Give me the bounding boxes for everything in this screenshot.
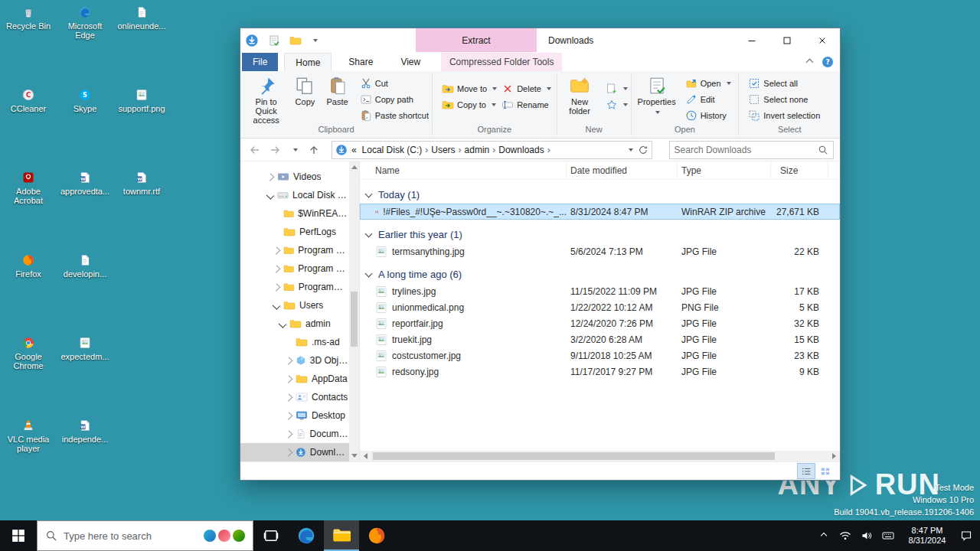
- desktop-icon-expectedm[interactable]: expectedm...: [57, 337, 113, 361]
- nav-item-program-files[interactable]: Program Files: [240, 241, 349, 259]
- breadcrumb-separator[interactable]: ›: [457, 145, 463, 155]
- column-header-size[interactable]: Size: [771, 161, 828, 179]
- close-button[interactable]: [805, 28, 840, 52]
- search-box[interactable]: Search Downloads: [669, 141, 834, 159]
- nav-item-appdata[interactable]: AppData: [240, 370, 349, 388]
- chevron-right-icon[interactable]: [285, 375, 293, 383]
- delete-button[interactable]: Delete: [501, 80, 551, 96]
- copy-path-button[interactable]: Copy path: [360, 91, 429, 107]
- history-button[interactable]: History: [685, 107, 731, 123]
- nav-scrollbar[interactable]: [349, 161, 359, 461]
- taskbar-search-box[interactable]: Type here to search: [37, 520, 253, 551]
- thumbnails-view-button[interactable]: [817, 464, 834, 478]
- chevron-down-icon[interactable]: [365, 269, 373, 277]
- breadcrumb-separator[interactable]: ›: [546, 145, 552, 155]
- desktop-icon-adobe-acrobat[interactable]: Adobe Acrobat: [0, 171, 57, 205]
- scroll-right-icon[interactable]: [832, 453, 836, 459]
- search-highlight-icon[interactable]: [218, 530, 230, 542]
- taskbar-edge-button[interactable]: [289, 520, 324, 551]
- chevron-right-icon[interactable]: [273, 265, 281, 273]
- chevron-right-icon[interactable]: [285, 430, 293, 439]
- paste-shortcut-button[interactable]: Paste shortcut: [360, 107, 429, 123]
- nav-item-admin[interactable]: admin: [240, 315, 349, 333]
- network-button[interactable]: [836, 520, 854, 551]
- scroll-up-icon[interactable]: [351, 165, 358, 169]
- desktop-icon-recycle-bin[interactable]: Recycle Bin: [0, 6, 57, 31]
- select-all-button[interactable]: Select all: [748, 75, 820, 91]
- qat-new-folder-icon[interactable]: [289, 34, 302, 47]
- file-row-files-u-e-passw0rd-310820[interactable]: !#Files_#!UŞe~Passw0rd__~.~310820~.~_...…: [360, 204, 840, 220]
- file-row-trylines-jpg[interactable]: trylines.jpg11/15/2022 11:09 PMJPG File1…: [360, 283, 840, 299]
- paste-button[interactable]: Paste: [323, 73, 352, 125]
- column-header-date-modified[interactable]: Date modified: [567, 161, 678, 179]
- nav-item-ms-ad[interactable]: .ms-ad: [240, 333, 349, 351]
- help-icon[interactable]: ?: [822, 56, 834, 68]
- desktop-icon-onlineunde[interactable]: onlineunde...: [113, 6, 170, 31]
- nav-item-program-files[interactable]: Program Files: [240, 259, 349, 278]
- edit-button[interactable]: Edit: [685, 91, 731, 107]
- recent-locations-button[interactable]: [286, 142, 302, 158]
- nav-item-3d-objects[interactable]: 3D Objects: [240, 351, 349, 370]
- start-button[interactable]: [0, 520, 37, 551]
- search-highlight-icons[interactable]: [204, 530, 245, 542]
- file-group-a-long-time-ago-6[interactable]: A long time ago (6): [360, 265, 840, 283]
- nav-item-programdata[interactable]: ProgramData: [240, 278, 349, 296]
- scrollbar-thumb[interactable]: [373, 452, 775, 460]
- address-dropdown-icon[interactable]: [629, 148, 633, 152]
- file-row-unionmedical-png[interactable]: unionmedical.png1/22/2022 10:12 AMPNG Fi…: [360, 299, 840, 315]
- forward-button[interactable]: [266, 142, 283, 158]
- details-view-button[interactable]: [798, 464, 815, 478]
- volume-button[interactable]: [858, 520, 876, 551]
- chevron-right-icon[interactable]: [285, 357, 293, 365]
- new-folder-button[interactable]: New folder: [562, 73, 598, 125]
- desktop-icon-independe[interactable]: Windepende...: [57, 419, 113, 444]
- chevron-right-icon[interactable]: [273, 246, 281, 255]
- nav-item-videos[interactable]: Videos: [240, 168, 349, 186]
- breadcrumb-downloads[interactable]: Downloads: [497, 145, 545, 155]
- copy-to-button[interactable]: Copy to: [442, 96, 497, 112]
- desktop-icon-skype[interactable]: SSkype: [57, 89, 113, 113]
- nav-item-downloads[interactable]: Downloads: [240, 443, 349, 461]
- move-to-button[interactable]: Move to: [442, 80, 497, 96]
- breadcrumb-local-disk-c[interactable]: Local Disk (C:): [361, 145, 424, 155]
- properties-button[interactable]: Properties: [636, 73, 678, 125]
- chevron-right-icon[interactable]: [285, 448, 293, 457]
- nav-item-documents[interactable]: Documents: [240, 425, 349, 443]
- nav-item-perflogs[interactable]: PerfLogs: [240, 223, 349, 241]
- desktop-icon-supportf-png[interactable]: supportf.png: [113, 89, 170, 113]
- file-row-costcustomer-jpg[interactable]: costcustomer.jpg9/11/2018 10:25 AMJPG Fi…: [360, 347, 840, 364]
- desktop-icon-approvedta[interactable]: Wapprovedta...: [57, 171, 113, 196]
- search-icon[interactable]: [818, 145, 828, 155]
- desktop-icon-developin[interactable]: developin...: [57, 254, 113, 279]
- nav-item-local-disk-c[interactable]: Local Disk (C:): [240, 186, 349, 204]
- nav-item-desktop[interactable]: Desktop: [240, 406, 349, 425]
- collapse-ribbon-icon[interactable]: [806, 58, 814, 66]
- scrollbar-thumb[interactable]: [351, 292, 358, 347]
- scroll-down-icon[interactable]: [351, 454, 358, 458]
- cut-button[interactable]: Cut: [360, 75, 429, 91]
- desktop-icon-microsoft-edge[interactable]: Microsoft Edge: [57, 6, 113, 40]
- chevron-down-icon[interactable]: [279, 320, 287, 328]
- column-header-name[interactable]: Name: [360, 161, 567, 179]
- tab-file[interactable]: File: [242, 53, 278, 71]
- nav-item-users[interactable]: Users: [240, 296, 349, 315]
- taskbar-firefox-button[interactable]: [359, 520, 394, 551]
- maximize-button[interactable]: [769, 28, 805, 52]
- nav-item-winreagent[interactable]: $WinREAgent: [240, 204, 349, 223]
- taskbar-clock[interactable]: 8:47 PM 8/31/2024: [900, 526, 954, 546]
- chevron-down-icon[interactable]: [273, 302, 281, 310]
- tab-home[interactable]: Home: [284, 53, 332, 71]
- action-center-button[interactable]: [957, 520, 975, 551]
- scroll-left-icon[interactable]: [364, 453, 368, 459]
- taskbar-explorer-button[interactable]: [324, 520, 359, 551]
- desktop-icon-google-chrome[interactable]: Google Chrome: [0, 337, 57, 370]
- file-row-truekit-jpg[interactable]: truekit.jpg3/2/2020 6:28 AMJPG File15 KB: [360, 331, 840, 347]
- desktop-icon-ccleaner[interactable]: CCCleaner: [0, 89, 57, 113]
- copy-button[interactable]: Copy: [290, 73, 319, 125]
- file-group-earlier-this-year-1[interactable]: Earlier this year (1): [360, 225, 840, 243]
- column-header-type[interactable]: Type: [678, 161, 771, 179]
- minimize-button[interactable]: [734, 28, 769, 52]
- pin-to-quick-access-button[interactable]: Pin to Quick access: [245, 73, 287, 125]
- tab-compressed-folder-tools[interactable]: Compressed Folder Tools: [441, 53, 562, 71]
- file-row-redsony-jpg[interactable]: redsony.jpg11/17/2017 9:27 PMJPG File9 K…: [360, 364, 840, 380]
